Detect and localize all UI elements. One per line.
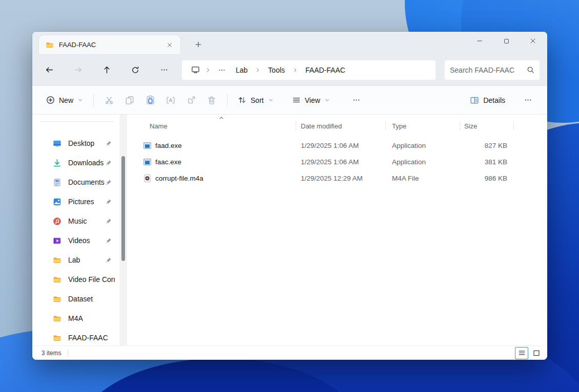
back-icon — [45, 66, 54, 74]
back-button[interactable] — [40, 61, 58, 79]
new-tab-button[interactable] — [190, 37, 207, 52]
sidebar-item-pictures[interactable]: Pictures — [32, 192, 118, 211]
sidebar-item-m4a[interactable]: M4A — [32, 309, 118, 328]
pin-icon — [105, 179, 112, 186]
sidebar-item-lab[interactable]: Lab — [32, 250, 118, 270]
sort-label: Sort — [251, 96, 264, 104]
maximize-button[interactable] — [493, 32, 520, 50]
more-icon — [353, 96, 360, 104]
file-date-modified: 1/29/2025 12:29 AM — [296, 175, 386, 182]
sidebar-item-dataset[interactable]: Dataset — [32, 289, 118, 309]
breadcrumb-this-pc[interactable] — [188, 62, 203, 78]
details-label: Details — [483, 96, 505, 104]
rename-button[interactable] — [160, 91, 181, 110]
file-row-faad-exe[interactable]: faad.exe 1/29/2025 1:06 AM Application 8… — [127, 137, 547, 154]
sidebar-divider — [40, 121, 114, 122]
folder-icon — [53, 275, 61, 284]
window-body: Desktop Downloads Documents Pictures — [32, 115, 547, 345]
details-pane-button[interactable]: Details — [465, 91, 510, 110]
sidebar-item-downloads[interactable]: Downloads — [32, 153, 118, 172]
downloads-icon — [53, 159, 61, 167]
file-date-modified: 1/29/2025 1:06 AM — [296, 142, 386, 149]
nav-more-button[interactable] — [155, 61, 173, 79]
sidebar-item-video-file-corruption[interactable]: Video File Corrup — [32, 270, 118, 289]
pin-icon — [105, 199, 112, 205]
desktop-wallpaper: FAAD-FAAC — [0, 0, 579, 392]
refresh-button[interactable] — [126, 61, 144, 79]
view-icon — [292, 96, 301, 104]
sidebar-item-label: Video File Corrup — [68, 275, 115, 284]
file-size: 986 KB — [460, 175, 514, 182]
folder-icon — [53, 295, 61, 303]
file-type: Application — [386, 142, 460, 149]
column-header-size[interactable]: Size — [460, 119, 514, 133]
file-rows: faad.exe 1/29/2025 1:06 AM Application 8… — [127, 137, 547, 186]
tab-close-button[interactable] — [164, 39, 175, 51]
new-button[interactable]: New — [41, 91, 88, 110]
details-pane-icon — [470, 96, 479, 105]
details-view-toggle[interactable] — [515, 347, 528, 359]
breadcrumb-item[interactable]: Tools — [263, 62, 290, 78]
file-name: faad.exe — [155, 142, 182, 149]
ellipsis-icon — [218, 67, 225, 74]
view-button[interactable]: View — [287, 91, 335, 110]
search-input[interactable] — [450, 66, 527, 74]
chevron-down-icon — [268, 97, 274, 103]
minimize-button[interactable] — [466, 32, 493, 50]
new-label: New — [59, 96, 73, 104]
minimize-icon — [476, 37, 483, 45]
sidebar-item-videos[interactable]: Videos — [32, 231, 118, 250]
pin-icon — [105, 140, 112, 147]
pin-icon — [105, 237, 112, 244]
file-name: corrupt-file.m4a — [155, 175, 203, 182]
item-count: 3 items — [42, 350, 61, 357]
up-button[interactable] — [97, 61, 116, 79]
file-explorer-window: FAAD-FAAC — [32, 32, 547, 360]
file-row-corrupt-file-m4a[interactable]: corrupt-file.m4a 1/29/2025 12:29 AM M4A … — [127, 170, 547, 186]
sidebar-item-label: M4A — [68, 314, 115, 322]
chevron-down-icon — [324, 97, 330, 103]
toolbar-more-button[interactable] — [346, 91, 367, 110]
file-name: faac.exe — [155, 158, 181, 166]
column-header-name[interactable]: Name — [127, 119, 296, 133]
sidebar-item-faad-faac[interactable]: FAAD-FAAC — [32, 328, 118, 345]
delete-button[interactable] — [201, 91, 222, 110]
column-header-type[interactable]: Type — [386, 119, 460, 133]
sort-button[interactable]: Sort — [233, 91, 279, 110]
documents-icon — [53, 178, 61, 187]
breadcrumb-item[interactable]: Lab — [231, 62, 253, 78]
sidebar-item-documents[interactable]: Documents — [32, 172, 118, 192]
breadcrumb-collapsed[interactable] — [213, 62, 231, 78]
search-box[interactable] — [445, 60, 540, 80]
forward-icon — [74, 66, 82, 74]
file-row-faac-exe[interactable]: faac.exe 1/29/2025 1:06 AM Application 3… — [127, 154, 547, 170]
sidebar-scrollbar-thumb[interactable] — [121, 156, 125, 261]
column-header-row: Name Date modified Type Size — [127, 119, 547, 133]
large-icons-view-toggle[interactable] — [530, 347, 543, 359]
copy-button[interactable] — [119, 91, 140, 110]
see-more-button[interactable] — [518, 91, 538, 110]
toolbar-divider — [93, 94, 94, 107]
new-icon — [46, 96, 55, 104]
toolbar-right-group: Details — [465, 91, 538, 110]
sidebar-item-label: Lab — [68, 256, 105, 264]
sidebar-item-label: FAAD-FAAC — [68, 334, 115, 342]
address-bar[interactable]: Lab Tools FAAD-FAAC — [182, 60, 436, 80]
close-window-button[interactable] — [520, 32, 546, 50]
share-button[interactable] — [181, 91, 201, 110]
column-header-date-modified[interactable]: Date modified — [296, 119, 386, 133]
file-size: 381 KB — [460, 158, 514, 166]
sidebar-scrollbar-track[interactable] — [119, 115, 127, 345]
cut-button[interactable] — [99, 91, 119, 110]
folder-icon — [53, 256, 61, 265]
sidebar-item-desktop[interactable]: Desktop — [32, 134, 118, 153]
paste-button[interactable] — [140, 91, 160, 110]
breadcrumb-item-current[interactable]: FAAD-FAAC — [300, 62, 350, 78]
forward-button[interactable] — [69, 61, 87, 79]
file-type: Application — [386, 158, 460, 166]
sidebar-item-label: Music — [68, 217, 105, 225]
sidebar-item-music[interactable]: Music — [32, 211, 118, 231]
explorer-tab[interactable]: FAAD-FAAC — [39, 35, 180, 54]
pin-icon — [105, 218, 112, 225]
copy-icon — [125, 96, 134, 105]
